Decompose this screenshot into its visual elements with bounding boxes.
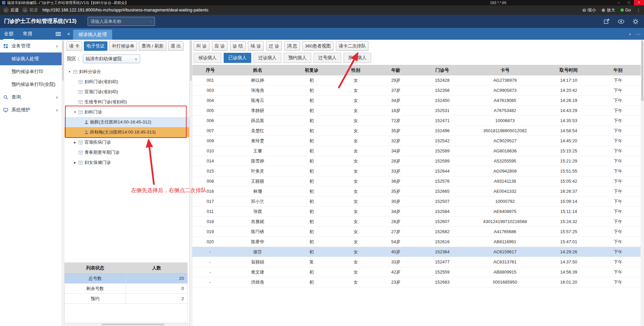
patient-action-button[interactable]: 叫 诊: [194, 41, 210, 51]
forward-button[interactable]: → 前进: [22, 7, 38, 13]
patient-tab[interactable]: 候诊病人: [194, 53, 221, 63]
patient-action-button[interactable]: 360患者视图: [302, 41, 334, 51]
triage-toolbar-button[interactable]: 电子凭证: [84, 41, 107, 51]
tree-node[interactable]: 妇科门诊(省妇幼): [64, 77, 189, 87]
patient-action-button[interactable]: 续 诊: [248, 41, 264, 51]
column-header[interactable]: 门诊号: [416, 67, 468, 73]
table-row[interactable]: 007吴楚红初女35岁15249635018119890501208214:58…: [192, 126, 641, 136]
column-header[interactable]: 卡号: [468, 67, 542, 73]
app-header: 门诊护士工作站管理系统(V13) 请输入菜单名称 ∨: [0, 15, 644, 28]
triage-toolbar-button[interactable]: 补打候诊单: [109, 41, 137, 51]
tab-options-icon[interactable]: ···: [636, 31, 641, 37]
queue-stats-table: 列表状态人数 总号数20剩余号数0预约2: [64, 262, 188, 323]
patient-action-button[interactable]: 应 诊: [212, 41, 228, 51]
maximize-button[interactable]: □: [624, 0, 634, 5]
patient-tab[interactable]: 过诊病人: [254, 53, 281, 63]
patient-action-button[interactable]: 读卡二次排队: [336, 41, 368, 51]
triage-toolbar-button[interactable]: 查询 / 刷新: [139, 41, 166, 51]
table-row[interactable]: 017郑小兰初女30岁1525071000079215:09:14下午: [192, 196, 641, 207]
top-tab[interactable]: 常用: [22, 28, 33, 40]
table-cell: 14:35:53: [542, 118, 595, 123]
table-row[interactable]: 004陈海云初女34岁152450A4761906514:26:19下午: [192, 96, 641, 106]
campus-select[interactable]: 福清市妇幼保健院 ∨: [83, 55, 140, 63]
settings-gear-icon[interactable]: [633, 19, 639, 25]
sidebar-group[interactable]: 系统维护∨: [0, 104, 62, 116]
triage-toolbar-button[interactable]: 退 出: [168, 41, 184, 51]
triage-scrollbar-thumb[interactable]: [190, 40, 192, 81]
patient-tab[interactable]: 已诊病人: [224, 53, 251, 63]
table-cell: 32岁: [375, 138, 416, 144]
go-button[interactable]: Go: [620, 8, 631, 12]
tree-node[interactable]: 青春期更年期门诊: [64, 147, 189, 157]
tree-node[interactable]: ▼妇科门诊: [64, 107, 189, 117]
close-button[interactable]: ×: [634, 0, 644, 5]
table-row[interactable]: 001林以婷初女29岁152428AG273697914:17:10下午: [192, 75, 641, 85]
triage-hscrollbar-thumb[interactable]: [102, 324, 164, 325]
browser-bar-right: ⊖ 缩小 ⊕ 放大 Go ⋮: [582, 7, 641, 13]
eye-icon[interactable]: [618, 19, 624, 24]
table-row[interactable]: 018肖雅妮初女26岁15260743012419971021656815:24…: [192, 217, 641, 227]
column-header[interactable]: 年龄: [375, 67, 416, 73]
tree-node[interactable]: 杨辉(主任医师14:00-16:45-312): [64, 117, 189, 127]
patient-tab[interactable]: 预约病人: [284, 53, 311, 63]
open-tab[interactable]: 候诊病人处理: [73, 30, 112, 40]
more-menu-icon[interactable]: ⋮: [636, 8, 641, 13]
table-row[interactable]: 015叶美灵初女33岁152644AG094280815:51:55下午: [192, 166, 641, 176]
column-header[interactable]: 初复诊: [287, 67, 336, 73]
column-header[interactable]: 取号时间: [542, 67, 595, 73]
zoom-in-button[interactable]: ⊕ 放大: [602, 7, 615, 13]
table-row[interactable]: -翁丽娟复女33岁152477AC831376114:37:50下午: [192, 257, 641, 267]
page-scrollbar-thumb[interactable]: [641, 40, 643, 101]
table-row[interactable]: 006薛品英初女72岁1524711000687314:35:53下午: [192, 116, 641, 126]
sidebar-item[interactable]: 预约候诊单打印: [0, 65, 62, 78]
patient-action-button[interactable]: 过 诊: [266, 41, 282, 51]
table-row[interactable]: 020陈爱华初女54岁152616AB811699115:47:01下午: [192, 237, 641, 247]
table-cell: 152665: [416, 189, 468, 194]
minimize-button[interactable]: –: [614, 0, 624, 5]
zoom-out-button[interactable]: ⊖ 缩小: [582, 7, 596, 13]
sidebar-item[interactable]: 预约候诊单打印(全院): [0, 78, 62, 91]
zoom-in-label: 放大: [607, 7, 615, 13]
back-button[interactable]: ← 后退: [3, 7, 19, 13]
table-row[interactable]: 003张海燕初女37岁152356AC990587314:20:42下午: [192, 85, 641, 96]
top-tab[interactable]: 全部: [3, 28, 14, 40]
table-row[interactable]: 014陈雪婷初女28岁152599A5325559515:21:29下午: [192, 156, 641, 166]
sidebar-group[interactable]: 查询∨: [0, 91, 62, 104]
patient-action-button[interactable]: 诊 结: [230, 41, 246, 51]
tree-node[interactable]: ▶妇女保健门诊: [64, 157, 189, 168]
menu-search-select[interactable]: 请输入菜单名称 ∨: [88, 17, 155, 26]
table-row[interactable]: 005李静妍初女18岁152531A7675348214:43:29下午: [192, 106, 641, 116]
sidebar-scrollbar-thumb[interactable]: [62, 40, 64, 81]
table-row[interactable]: -洪煌燕初女23岁152683000168595016:01:20下午: [192, 277, 641, 287]
table-row[interactable]: 008王丽丽初女36岁152576A9314113815:05:42下午: [192, 176, 641, 186]
table-row[interactable]: 009黄玲雯初女32岁152542AC902952714:45:20下午: [192, 136, 641, 146]
export-icon[interactable]: [604, 19, 610, 25]
table-row[interactable]: 010王馨初女34岁152589AG801863615:15:25下午: [192, 146, 641, 156]
sidebar-group[interactable]: 业务管理∧: [0, 40, 62, 52]
table-row[interactable]: 016林珊初女35岁152665AE004133216:26:37下午: [192, 186, 641, 196]
triage-toolbar-button[interactable]: 读 卡: [66, 41, 82, 51]
patient-tab[interactable]: 所有病人: [344, 53, 371, 63]
tree-node[interactable]: ▶宫颈疾病门诊: [64, 137, 189, 147]
table-row[interactable]: 019陈巧锈初女27岁152682A4176568615:57:25下午: [192, 227, 641, 237]
scroll-tabs-right-icon[interactable]: ›: [629, 31, 631, 37]
table-row[interactable]: 011张霞初女34岁152584AE640897515:11:14下午: [192, 207, 641, 217]
table-row[interactable]: -谢莎初女40岁152364AC615961714:29:26下午: [192, 247, 641, 257]
scroll-tabs-left-icon[interactable]: <: [64, 28, 73, 40]
column-header[interactable]: 姓名: [228, 67, 287, 73]
patient-tab[interactable]: 过号病人: [314, 53, 341, 63]
table-cell: 初: [287, 209, 336, 215]
tree-node[interactable]: 宫颈门诊(省妇幼): [64, 87, 189, 97]
hamburger-menu-icon[interactable]: [56, 32, 61, 36]
tree-node[interactable]: ▼妇科分诊台: [64, 67, 189, 77]
column-header[interactable]: 午别: [595, 67, 641, 73]
column-header[interactable]: 性别: [336, 67, 375, 73]
table-row[interactable]: -黄文捷初女42岁152559AB880991514:56:39下午: [192, 267, 641, 277]
tree-node[interactable]: 薛秋梅(主治医师14:00-16:45-313): [64, 127, 189, 137]
patient-tabs: 候诊病人已诊病人过诊病人预约病人过号病人所有病人: [192, 52, 641, 65]
tree-node[interactable]: 生殖专科门诊(省妇幼): [64, 97, 189, 107]
patient-action-button[interactable]: 消 息: [284, 41, 300, 51]
address-url[interactable]: http://192.168.122.191:8000/his-mzhs/app…: [42, 8, 208, 12]
sidebar-item[interactable]: 候诊病人处理: [0, 52, 62, 65]
column-header[interactable]: 序号: [192, 67, 228, 73]
